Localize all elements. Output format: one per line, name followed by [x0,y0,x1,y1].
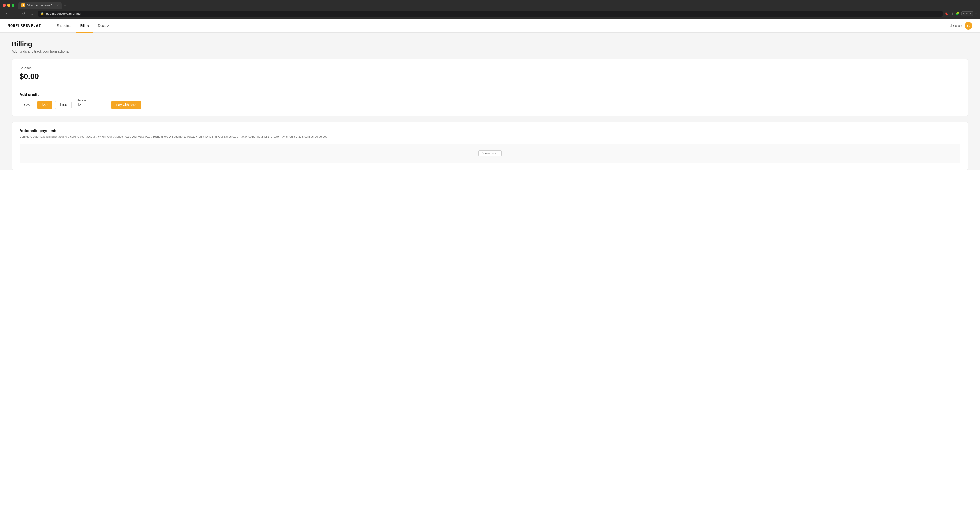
traffic-lights [3,4,14,7]
coming-soon-area: Coming soon [19,144,961,163]
close-window-button[interactable] [3,4,6,7]
nav-link-docs[interactable]: Docs ↗ [94,19,113,33]
forward-button[interactable]: › [11,10,18,17]
page-title: Billing [11,40,969,48]
balance-display: $ $0.00 [950,24,962,28]
tab-favicon: S [21,3,25,7]
auto-pay-card: Automatic payments Configure automatic b… [11,122,969,170]
pay-with-card-button[interactable]: Pay with card [111,101,141,109]
active-tab[interactable]: S Billing | modelserve AI × [18,2,62,9]
page-subtitle: Add funds and track your transactions. [11,49,969,53]
share-icon[interactable]: ⬆ [951,11,953,16]
amount-field-label: Amount [76,99,88,102]
tab-bar: S Billing | modelserve AI × + [0,0,980,9]
page-header: Billing Add funds and track your transac… [0,33,980,59]
dollar-sign: $ [950,24,952,28]
preset-25-button[interactable]: $25 [19,101,34,109]
bookmark-icon[interactable]: 🔖 [945,11,949,16]
nav-balance-amount: $0.00 [953,24,962,28]
page-content: Billing Add funds and track your transac… [0,33,980,170]
nav-link-endpoints[interactable]: Endpoints [52,19,75,33]
lock-icon: 🔒 [40,12,44,15]
address-bar[interactable]: 🔒 app.modelserve.ai/billing [38,11,943,17]
balance-card: Balance $0.00 Add credit $25 $50 $100 Am… [11,59,969,116]
browser-actions: 🔖 ⬆ 🧩 ⊕ VPN ≡ [945,11,977,16]
app-nav: MODELSERVE.AI Endpoints Billing Docs ↗ $… [0,19,980,33]
tab-title: Billing | modelserve AI [27,4,55,7]
maximize-window-button[interactable] [11,4,14,7]
user-avatar[interactable]: C [964,22,972,30]
browser-chrome: S Billing | modelserve AI × + ‹ › ↺ ⌂ 🔒 … [0,0,980,19]
nav-link-billing[interactable]: Billing [76,19,93,33]
extension-icon[interactable]: 🧩 [955,11,959,16]
preset-50-button[interactable]: $50 [37,101,52,109]
balance-amount: $0.00 [19,72,961,81]
credit-controls: $25 $50 $100 Amount Pay with card [19,101,961,109]
auto-pay-title: Automatic payments [19,129,961,133]
amount-input[interactable] [75,101,108,109]
coming-soon-badge: Coming soon [479,151,502,156]
nav-links: Endpoints Billing Docs ↗ [52,19,950,33]
nav-right: $ $0.00 C [950,22,972,30]
amount-input-wrapper: Amount [75,101,108,109]
url-text: app.modelserve.ai/billing [46,12,940,16]
new-tab-button[interactable]: + [64,3,66,8]
address-bar-row: ‹ › ↺ ⌂ 🔒 app.modelserve.ai/billing 🔖 ⬆ … [0,9,980,19]
app-logo: MODELSERVE.AI [8,23,41,28]
balance-label: Balance [19,66,961,70]
add-credit-label: Add credit [19,92,961,97]
reload-button[interactable]: ↺ [20,10,27,17]
home-button[interactable]: ⌂ [29,10,36,17]
minimize-window-button[interactable] [7,4,10,7]
menu-icon[interactable]: ≡ [975,11,977,16]
app-container: MODELSERVE.AI Endpoints Billing Docs ↗ $… [0,19,980,531]
back-button[interactable]: ‹ [3,10,10,17]
preset-100-button[interactable]: $100 [55,101,72,109]
vpn-button[interactable]: ⊕ VPN [961,11,973,16]
tab-close-icon[interactable]: × [57,3,59,7]
auto-pay-desc: Configure automatic billing by adding a … [19,135,961,139]
